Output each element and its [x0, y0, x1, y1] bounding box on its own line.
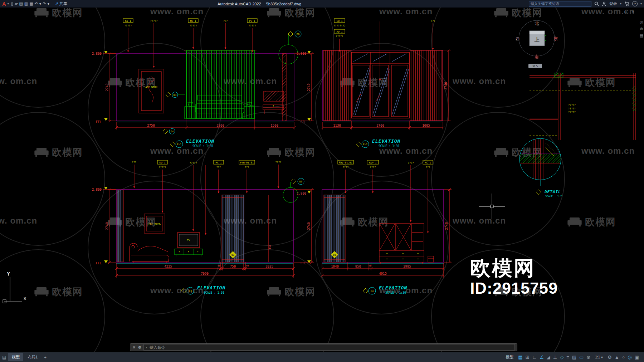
cart-icon[interactable] — [624, 1, 629, 6]
ucs-y-label: Y — [7, 272, 10, 277]
annotation-scale-button[interactable]: 1:1 ▾ — [595, 355, 603, 359]
redo-icon[interactable]: ↷ — [43, 1, 46, 6]
workspace-gear-icon[interactable]: ⚙ — [608, 354, 612, 360]
grid-icon[interactable]: ▦ — [518, 354, 522, 360]
svg-text:?????: ????? — [124, 24, 132, 27]
search-input[interactable] — [529, 1, 591, 7]
steering-wheel-icon[interactable]: ◎ — [640, 20, 643, 24]
dim-label: 40 — [246, 264, 249, 267]
detail-title: DETAIL — [544, 190, 561, 194]
command-close-icon[interactable]: ✕ — [132, 345, 136, 350]
open-folder-icon[interactable]: ▱ — [15, 1, 18, 6]
dim-label: 2740 — [307, 83, 311, 91]
share-button[interactable]: ↗ 共享 — [55, 1, 67, 6]
ortho-icon[interactable]: ∟ — [532, 354, 537, 360]
svg-text:KD 1: KD 1 — [160, 161, 166, 164]
svg-text:AD 1: AD 1 — [337, 30, 343, 33]
dynamic-input-icon[interactable]: ⊕ — [586, 354, 590, 360]
svg-text:?????: ????? — [150, 20, 157, 23]
hardware-acceleration-icon[interactable]: ◎ — [628, 354, 631, 360]
svg-text:???: ??? — [431, 20, 435, 23]
save-as-icon[interactable]: ▥ — [24, 1, 28, 6]
side-tag: D3 — [174, 94, 176, 97]
undo-caret-icon[interactable]: ▾ — [39, 1, 42, 6]
help-caret-icon[interactable]: ▾ — [640, 2, 642, 5]
elevation-tag: E-2 — [363, 143, 368, 146]
svg-text:?????: ????? — [336, 35, 343, 38]
glass-symbols — [353, 54, 409, 116]
svg-text:?????: ????? — [248, 24, 256, 27]
search-icon[interactable] — [594, 1, 599, 6]
svg-text:FFL: FFL — [96, 261, 102, 265]
ucs-x-label: ✕ — [24, 296, 26, 301]
snap-icon[interactable]: ⊞ — [526, 354, 530, 360]
plot-icon[interactable]: ▦ — [29, 1, 33, 6]
selection-cycling-icon[interactable]: ▭ — [579, 354, 584, 360]
minimize-button[interactable]: — — [616, 10, 620, 14]
window-title: Autodesk AutoCAD 2022 5b305c2cddaf7.dwg — [218, 0, 301, 8]
command-input-wrap[interactable]: › — [143, 344, 515, 351]
drawing-tabs-menu-icon[interactable]: ▤ — [2, 355, 6, 360]
object-snap-icon[interactable]: ◇ — [560, 354, 564, 360]
elevation-tag: E-1 — [177, 143, 182, 146]
dim-label: 2985 — [403, 265, 411, 268]
command-input[interactable] — [149, 345, 513, 350]
svg-text:?????: ????? — [189, 24, 197, 27]
isodraft-icon[interactable]: ◢ — [547, 354, 550, 360]
elevation-title: ELEVATION — [379, 285, 407, 290]
svg-text:?????: ????? — [158, 166, 166, 169]
dim-label: 2700 — [376, 124, 384, 127]
command-prompt-icon: › — [146, 345, 147, 349]
new-layout-button[interactable]: + — [42, 354, 48, 361]
sofa — [130, 243, 169, 263]
user-icon[interactable] — [602, 1, 606, 6]
osnap-tracking-icon[interactable]: ⊥ — [553, 354, 557, 360]
tab-layout1[interactable]: 布局1 — [24, 353, 41, 361]
viewcube[interactable]: 北 西 东 南 上 WCS — [516, 20, 558, 68]
svg-text:?????(?): ?????(?) — [333, 24, 346, 27]
model-space-button[interactable]: 模型 — [506, 354, 513, 360]
login-caret-icon[interactable]: ▾ — [620, 2, 621, 5]
svg-text:FFL: FFL — [96, 120, 102, 124]
restore-button[interactable]: □ — [625, 10, 627, 14]
svg-text:2.800: 2.800 — [92, 52, 102, 55]
help-icon[interactable]: ? — [632, 1, 638, 6]
svg-text:MC 1: MC 1 — [190, 20, 196, 23]
redo-caret-icon[interactable]: ▾ — [48, 1, 50, 6]
command-customize-icon[interactable]: ⚙ — [138, 345, 141, 350]
elevation-title: ELEVATION — [372, 138, 400, 144]
command-line: ✕ ⚙ › — [130, 343, 517, 351]
pan-icon[interactable]: ▤ — [640, 33, 643, 38]
elevation-1: ART WORK D6 D3 D4 KD 1 — [92, 19, 314, 148]
save-icon[interactable]: ▤ — [19, 1, 23, 6]
dim-label: 850 — [355, 265, 361, 268]
new-file-icon[interactable]: ▯ — [11, 1, 13, 6]
isolate-objects-icon[interactable]: ○ — [622, 354, 625, 360]
transparency-icon[interactable]: ▨ — [572, 354, 576, 360]
tab-model[interactable]: 模型 — [8, 353, 23, 361]
share-icon: ↗ — [55, 1, 58, 6]
quick-access-toolbar: ▯▱▤▥▦↶▾↷▾ — [10, 1, 50, 6]
app-title: Autodesk AutoCAD 2022 — [218, 2, 261, 6]
door-jamb-and-console — [263, 54, 286, 121]
elevation-3: ART WORK TV 03 Φ50 D5 ??? — [92, 160, 314, 294]
crosshair — [479, 194, 505, 219]
tv-label: TV — [187, 239, 190, 242]
lineweight-icon[interactable]: ≡ — [566, 354, 569, 360]
dim-label: 1005 — [422, 124, 430, 127]
clean-screen-icon[interactable]: ▣ — [635, 354, 639, 360]
pipe-label: Φ50 — [269, 245, 272, 249]
curtain-right — [410, 50, 443, 121]
undo-icon[interactable]: ↶ — [35, 1, 38, 6]
dim-label: 1040 — [331, 265, 339, 268]
elevation-title: ELEVATION — [186, 138, 214, 144]
svg-text:PL 1: PL 1 — [249, 20, 255, 23]
polar-tracking-icon[interactable]: ∠ — [540, 354, 544, 360]
app-menu-caret-icon[interactable]: ▾ — [8, 2, 9, 5]
annotation-monitor-icon[interactable]: ▲ — [615, 354, 619, 360]
autocad-logo[interactable]: A — [2, 1, 6, 6]
navigation-bar: ◎⊕▤ — [640, 20, 643, 38]
close-button[interactable]: × — [632, 10, 634, 14]
login-button[interactable]: 登录 — [609, 1, 617, 6]
zoom-extents-icon[interactable]: ⊕ — [640, 26, 643, 31]
